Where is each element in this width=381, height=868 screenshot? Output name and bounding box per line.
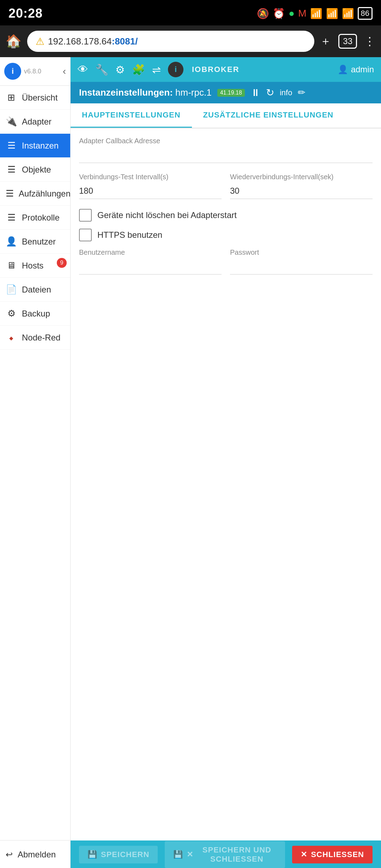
grid-icon: ⊞ <box>6 92 17 103</box>
connection-interval-input[interactable] <box>79 183 222 199</box>
save-close-icon-1: 💾 <box>173 850 183 859</box>
status-icons: 🔕 ⏰ ● M 📶 📶 📶 86 <box>257 7 373 20</box>
benutzer-icon: 👤 <box>6 236 17 247</box>
iobroker-logo-icon[interactable]: i <box>168 62 183 77</box>
tab-zusatzliche-einstellungen[interactable]: ZUSÄTZLICHE EINSTELLUNGEN <box>192 103 345 128</box>
username-label: Benutzername <box>79 248 222 257</box>
browser-url-bar[interactable]: ⚠ 192.168.178.64:8081/ <box>27 31 314 52</box>
password-input[interactable] <box>230 259 373 275</box>
username-input[interactable] <box>79 259 222 275</box>
signal-2-icon: 📶 <box>326 8 338 19</box>
sidebar-item-ubersicht[interactable]: ⊞ Übersicht <box>0 86 70 110</box>
password-col: Passwort <box>230 248 373 284</box>
sidebar: i v6.8.0 ‹ ⊞ Übersicht 🔌 Adapter ☰ Insta… <box>0 57 71 868</box>
instance-info-button[interactable]: info <box>280 88 292 97</box>
sidebar-item-hosts[interactable]: 🖥 Hosts 9 <box>0 254 70 278</box>
callback-address-input[interactable] <box>79 147 373 163</box>
checkbox-gerate[interactable] <box>79 209 92 222</box>
instance-refresh-button[interactable]: ↻ <box>266 87 274 98</box>
wifi-icon: 📶 <box>342 8 354 19</box>
instance-pause-button[interactable]: ⏸ <box>250 87 260 98</box>
sidebar-nav: ⊞ Übersicht 🔌 Adapter ☰ Instanzen ☰ Obje… <box>0 86 70 840</box>
signal-1-icon: 📶 <box>310 8 322 19</box>
connection-interval-group: Verbindungs-Test Intervall(s) <box>79 173 222 199</box>
save-label: SPEICHERN <box>101 850 149 859</box>
battery-icon: 86 <box>358 7 373 20</box>
browser-actions: ＋ 33 ⋮ <box>320 34 375 49</box>
sidebar-item-node-red[interactable]: ⬥ Node-Red <box>0 326 70 350</box>
connection-interval-col: Verbindungs-Test Intervall(s) <box>79 173 222 209</box>
sidebar-item-label: Dateien <box>22 285 51 295</box>
browser-tabs-button[interactable]: 33 <box>338 34 357 49</box>
sidebar-item-label: Node-Red <box>22 333 60 343</box>
top-toolbar: 👁 🔧 ⚙ 🧩 ⇌ i IOBROKER 👤 admin <box>71 57 381 82</box>
logout-button[interactable]: ↩ Abmelden <box>6 846 65 863</box>
checkbox-https[interactable] <box>79 229 92 241</box>
instance-edit-button[interactable]: ✏ <box>298 87 306 98</box>
whatsapp-icon: ● <box>289 8 295 19</box>
checkbox-https-label: HTTPS benutzen <box>97 230 162 240</box>
save-close-label: SPEICHERN UND SCHLIESSEN <box>197 845 277 864</box>
user-label: admin <box>351 65 374 74</box>
sidebar-item-objekte[interactable]: ☰ Objekte <box>0 158 70 182</box>
password-label: Passwort <box>230 248 373 257</box>
mute-icon: 🔕 <box>257 8 269 19</box>
hosts-icon: 🖥 <box>6 260 17 271</box>
reconnect-interval-input[interactable] <box>230 183 373 199</box>
close-button[interactable]: ✕ SCHLIESSEN <box>292 846 373 863</box>
tab-haupteinstellungen[interactable]: HAUPTEINSTELLUNGEN <box>71 103 192 128</box>
sidebar-item-label: Backup <box>22 309 50 319</box>
warning-icon: ⚠ <box>36 36 44 47</box>
bottom-action-bar: 💾 SPEICHERN 💾 ✕ SPEICHERN UND SCHLIESSEN… <box>71 840 381 868</box>
sidebar-item-label: Benutzer <box>22 237 56 247</box>
sidebar-item-aufzahlungen[interactable]: ☰ Aufzählungen <box>0 182 70 206</box>
save-close-button[interactable]: 💾 ✕ SPEICHERN UND SCHLIESSEN <box>165 841 285 868</box>
close-label: SCHLIESSEN <box>311 850 364 859</box>
visibility-icon[interactable]: 👁 <box>78 64 88 76</box>
sidebar-item-benutzer[interactable]: 👤 Benutzer <box>0 230 70 254</box>
settings-icon[interactable]: ⚙ <box>115 64 125 76</box>
sidebar-item-instanzen[interactable]: ☰ Instanzen <box>0 134 70 158</box>
hosts-badge: 9 <box>57 258 67 268</box>
sidebar-item-label: Protokolle <box>22 213 60 223</box>
sidebar-item-label: Adapter <box>22 117 52 127</box>
status-bar: 20:28 🔕 ⏰ ● M 📶 📶 📶 86 <box>0 0 381 25</box>
brand-label: IOBROKER <box>192 65 240 74</box>
alarm-icon: ⏰ <box>273 8 285 19</box>
sidebar-version: v6.8.0 <box>24 68 41 75</box>
sidebar-collapse-button[interactable]: ‹ <box>63 66 66 77</box>
save-button[interactable]: 💾 SPEICHERN <box>79 846 158 863</box>
shuffle-icon[interactable]: ⇌ <box>152 64 161 76</box>
reconnect-interval-group: Wiederverbindungs-Intervall(sek) <box>230 173 373 199</box>
password-group: Passwort <box>230 248 373 275</box>
sidebar-item-backup[interactable]: ⚙ Backup <box>0 302 70 326</box>
sidebar-item-protokolle[interactable]: ☰ Protokolle <box>0 206 70 230</box>
browser-menu-button[interactable]: ⋮ <box>364 35 375 48</box>
sidebar-item-dateien[interactable]: 📄 Dateien <box>0 278 70 302</box>
protokolle-icon: ☰ <box>6 212 17 223</box>
settings-content: Adapter Callback Adresse Verbindungs-Tes… <box>71 128 381 840</box>
status-time: 20:28 <box>8 6 43 21</box>
sidebar-logo: i v6.8.0 ‹ <box>0 57 70 86</box>
save-close-cancel-icon: ✕ <box>187 850 193 859</box>
node-red-icon: ⬥ <box>6 332 17 343</box>
checkbox-gerate-group: Geräte nicht löschen bei Adapterstart <box>79 209 373 222</box>
browser-home-button[interactable]: 🏠 <box>6 34 22 49</box>
instance-status-badge: 41.19.18 <box>217 89 245 97</box>
username-col: Benutzername <box>79 248 222 284</box>
browser-add-button[interactable]: ＋ <box>320 34 331 49</box>
logout-label: Abmelden <box>18 850 56 860</box>
user-info[interactable]: 👤 admin <box>338 65 374 74</box>
wrench-icon[interactable]: 🔧 <box>95 64 108 76</box>
checkbox-gerate-label: Geräte nicht löschen bei Adapterstart <box>97 210 237 220</box>
app-container: i v6.8.0 ‹ ⊞ Übersicht 🔌 Adapter ☰ Insta… <box>0 57 381 868</box>
instanzen-icon: ☰ <box>6 140 17 151</box>
aufzahlungen-icon: ☰ <box>6 188 14 199</box>
puzzle-icon[interactable]: 🧩 <box>132 64 145 76</box>
checkbox-https-group: HTTPS benutzen <box>79 229 373 241</box>
reconnect-interval-label: Wiederverbindungs-Intervall(sek) <box>230 173 373 181</box>
sidebar-item-adapter[interactable]: 🔌 Adapter <box>0 110 70 134</box>
browser-url-text: 192.168.178.64:8081/ <box>48 36 306 47</box>
main-content: 👁 🔧 ⚙ 🧩 ⇌ i IOBROKER 👤 admin Instanzeins… <box>71 57 381 868</box>
browser-bar: 🏠 ⚠ 192.168.178.64:8081/ ＋ 33 ⋮ <box>0 25 381 57</box>
